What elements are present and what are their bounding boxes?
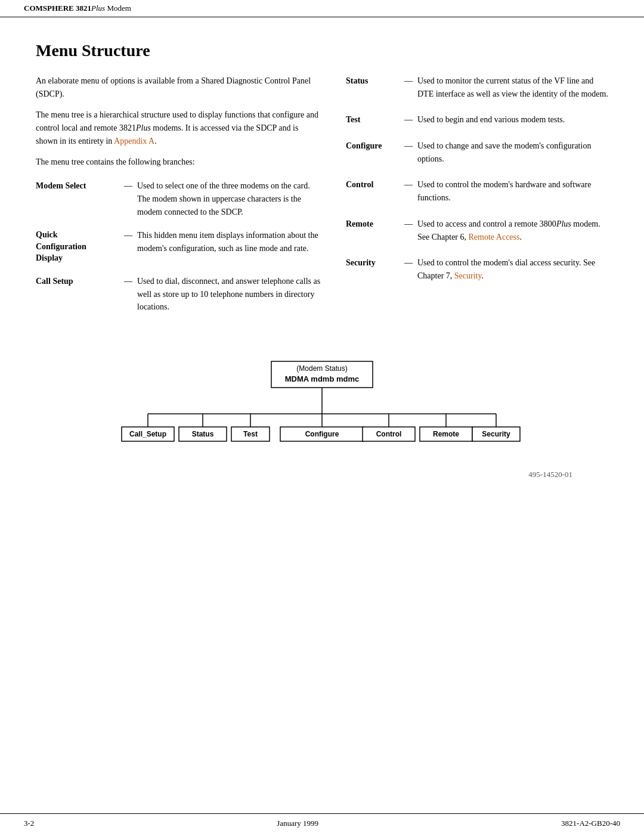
main-content: Menu Structure An elaborate menu of opti… (0, 17, 644, 515)
security-dash: — (404, 256, 413, 282)
intro-para-1-text: An elaborate menu of options is availabl… (36, 76, 311, 98)
intro-para-1: An elaborate menu of options is availabl… (36, 75, 322, 100)
call-setup-dash: — (124, 275, 132, 314)
footer-doc-num: 3821-A2-GB20-40 (561, 819, 620, 828)
intro-para-2: The menu tree is a hierarchical structur… (36, 109, 322, 147)
remote-label: Remote (346, 218, 400, 243)
tree-diagram: (Modem Status) MDMA mdmb mdmc (119, 360, 525, 467)
test-label: Test (346, 113, 400, 126)
modem-select-label: Modem Select (36, 179, 119, 218)
menu-item-test: Test — Used to begin and end various mod… (346, 113, 608, 126)
node-status: Status (192, 430, 214, 438)
diagram-top-line2: MDMA mdmb mdmc (285, 374, 359, 383)
node-call-setup: Call_Setup (129, 430, 166, 438)
right-column: Status — Used to monitor the current sta… (346, 75, 608, 324)
menu-item-control: Control — Used to control the modem's ha… (346, 178, 608, 204)
menu-item-security: Security — Used to control the modem's d… (346, 256, 608, 282)
header-title-suffix: Modem (105, 4, 131, 13)
node-control: Control (376, 430, 402, 438)
security-label: Security (346, 256, 400, 282)
page-container: COMSPHERE 3821Plus Modem Menu Structure … (0, 0, 644, 833)
diagram-area: (Modem Status) MDMA mdmb mdmc (36, 354, 608, 479)
configure-label: Configure (346, 140, 400, 165)
node-security: Security (482, 430, 510, 438)
node-configure: Configure (305, 430, 339, 438)
security-link[interactable]: Security (454, 271, 482, 280)
remote-dash: — (404, 218, 413, 243)
header-title: COMSPHERE 3821Plus Modem (24, 4, 131, 13)
header-title-main: COMSPHERE 3821 (24, 4, 91, 13)
quick-config-label: QuickConfigurationDisplay (36, 229, 119, 264)
modem-select-dash: — (124, 179, 132, 218)
menu-item-quick-config: QuickConfigurationDisplay — This hidden … (36, 229, 322, 264)
header-title-italic: Plus (91, 4, 105, 13)
quick-config-dash: — (124, 229, 132, 264)
menu-item-call-setup: Call Setup — Used to dial, disconnect, a… (36, 275, 322, 314)
menu-item-remote: Remote — Used to access and control a re… (346, 218, 608, 243)
two-column-layout: An elaborate menu of options is availabl… (36, 75, 608, 324)
configure-desc: Used to change and save the modem's conf… (417, 140, 608, 165)
node-remote: Remote (433, 430, 459, 438)
footer-date: January 1999 (277, 819, 318, 828)
test-dash: — (404, 113, 413, 126)
call-setup-desc: Used to dial, disconnect, and answer tel… (137, 275, 322, 314)
quick-config-desc: This hidden menu item displays informati… (137, 229, 322, 264)
status-label: Status (346, 75, 400, 100)
status-desc: Used to monitor the current status of th… (417, 75, 608, 100)
intro-italic: Plus (136, 123, 151, 132)
status-dash: — (404, 75, 413, 100)
control-label: Control (346, 178, 400, 204)
header-bar: COMSPHERE 3821Plus Modem (0, 0, 644, 17)
control-desc: Used to control the modem's hardware and… (417, 178, 608, 204)
branches-intro: The menu tree contains the following bra… (36, 156, 322, 169)
page-title: Menu Structure (36, 41, 608, 60)
appendix-a-link[interactable]: Appendix A (114, 137, 154, 145)
footer-bar: 3-2 January 1999 3821-A2-GB20-40 (0, 813, 644, 833)
menu-item-status: Status — Used to monitor the current sta… (346, 75, 608, 100)
control-dash: — (404, 178, 413, 204)
node-test: Test (243, 430, 258, 438)
call-setup-label: Call Setup (36, 275, 119, 314)
test-desc: Used to begin and end various modem test… (417, 113, 608, 126)
menu-item-configure: Configure — Used to change and save the … (346, 140, 608, 165)
left-column: An elaborate menu of options is availabl… (36, 75, 322, 324)
modem-select-desc: Used to select one of the three modems o… (137, 179, 322, 218)
remote-desc: Used to access and control a remote 3800… (417, 218, 608, 243)
security-desc: Used to control the modem's dial access … (417, 256, 608, 282)
intro-para-2-end: . (154, 137, 157, 145)
menu-item-modem-select: Modem Select — Used to select one of the… (36, 179, 322, 218)
configure-dash: — (404, 140, 413, 165)
diagram-top-line1: (Modem Status) (296, 364, 347, 373)
diagram-caption: 495-14520-01 (36, 470, 608, 479)
remote-access-link[interactable]: Remote Access (469, 233, 520, 241)
footer-page-num: 3-2 (24, 819, 34, 828)
